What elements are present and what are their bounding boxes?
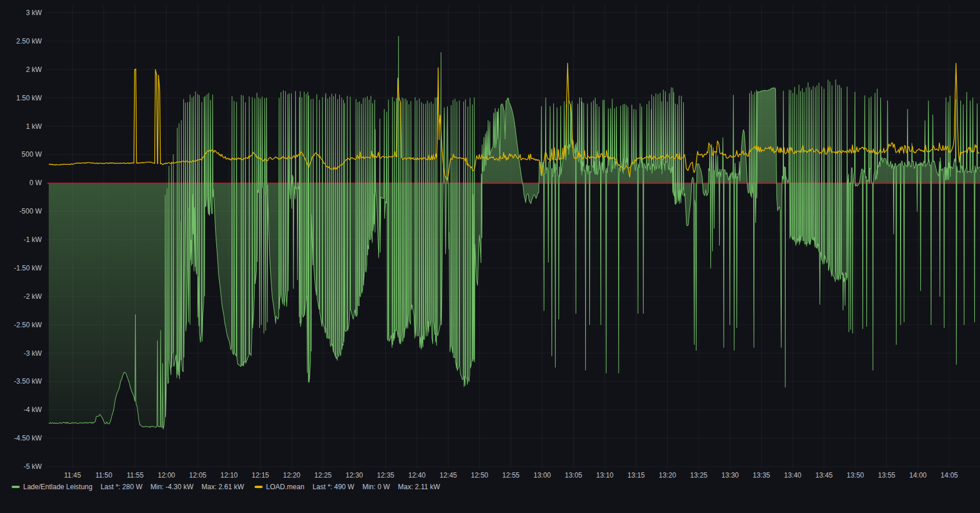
svg-text:-4 kW: -4 kW	[24, 406, 42, 414]
svg-text:12:45: 12:45	[440, 471, 457, 479]
svg-text:-3.50 kW: -3.50 kW	[14, 377, 42, 385]
svg-text:14:05: 14:05	[941, 471, 958, 479]
svg-text:13:15: 13:15	[627, 471, 645, 479]
svg-text:-3 kW: -3 kW	[24, 349, 42, 357]
svg-text:-500 W: -500 W	[19, 207, 42, 215]
svg-text:2.50 kW: 2.50 kW	[16, 37, 42, 45]
svg-text:1 kW: 1 kW	[26, 122, 42, 131]
svg-text:13:10: 13:10	[596, 471, 614, 479]
svg-text:12:55: 12:55	[502, 471, 520, 479]
svg-text:13:20: 13:20	[659, 471, 676, 479]
svg-text:3 kW: 3 kW	[26, 9, 42, 17]
svg-text:-2 kW: -2 kW	[24, 292, 42, 301]
svg-text:0 W: 0 W	[30, 179, 42, 187]
svg-text:12:30: 12:30	[346, 471, 363, 479]
svg-text:13:35: 13:35	[753, 471, 770, 479]
svg-text:13:30: 13:30	[721, 471, 739, 479]
svg-text:12:15: 12:15	[252, 471, 269, 479]
svg-text:-1.50 kW: -1.50 kW	[14, 264, 42, 272]
svg-text:13:55: 13:55	[878, 471, 895, 479]
svg-text:13:05: 13:05	[565, 471, 582, 479]
svg-text:12:50: 12:50	[471, 471, 488, 479]
svg-text:12:10: 12:10	[220, 471, 238, 479]
svg-text:13:00: 13:00	[533, 471, 551, 479]
svg-text:11:55: 11:55	[126, 471, 143, 479]
svg-text:12:05: 12:05	[189, 471, 206, 479]
svg-text:-5 kW: -5 kW	[24, 463, 42, 471]
svg-text:-4.50 kW: -4.50 kW	[14, 434, 42, 442]
svg-text:12:20: 12:20	[283, 471, 300, 479]
svg-text:13:25: 13:25	[690, 471, 707, 479]
svg-text:11:50: 11:50	[95, 471, 112, 479]
svg-text:13:45: 13:45	[815, 471, 833, 479]
svg-text:13:40: 13:40	[784, 471, 801, 479]
svg-text:1.50 kW: 1.50 kW	[16, 94, 42, 102]
svg-text:2 kW: 2 kW	[26, 66, 42, 74]
svg-text:12:40: 12:40	[408, 471, 426, 479]
svg-text:-2.50 kW: -2.50 kW	[14, 321, 42, 329]
svg-text:12:35: 12:35	[377, 471, 394, 479]
svg-text:14:00: 14:00	[909, 471, 927, 479]
svg-text:11:45: 11:45	[64, 471, 81, 479]
svg-text:-1 kW: -1 kW	[24, 236, 42, 244]
svg-text:13:50: 13:50	[847, 471, 864, 479]
svg-text:12:25: 12:25	[314, 471, 332, 479]
svg-text:500 W: 500 W	[21, 150, 42, 158]
svg-text:12:00: 12:00	[158, 471, 175, 479]
